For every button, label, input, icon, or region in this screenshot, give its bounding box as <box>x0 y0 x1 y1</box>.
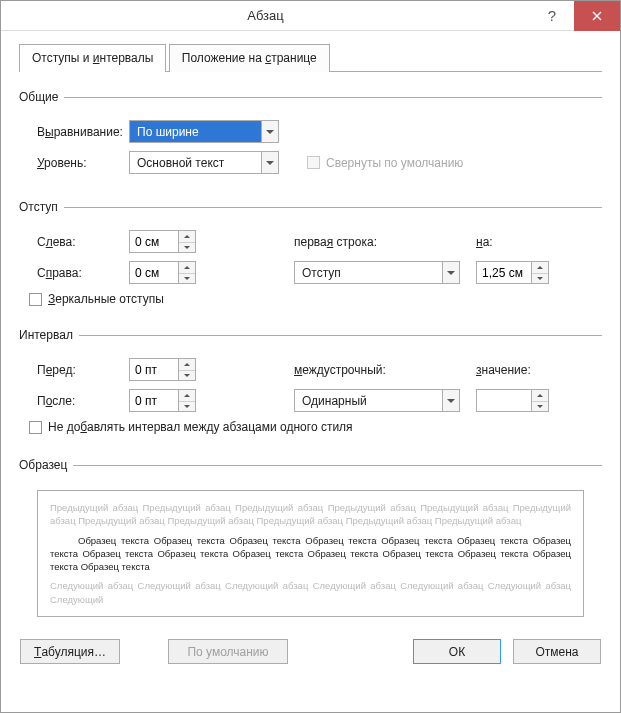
title-bar: Абзац ? <box>1 1 620 31</box>
spin-up-icon[interactable] <box>179 262 195 273</box>
mirror-indents-label: Зеркальные отступы <box>48 292 164 306</box>
indent-left-label: Слева: <box>37 235 129 249</box>
first-line-value: Отступ <box>299 266 344 280</box>
group-spacing: Интервал Перед: междустрочный: значение:… <box>19 328 602 434</box>
spin-down-icon[interactable] <box>179 370 195 381</box>
line-spacing-label: междустрочный: <box>294 363 462 377</box>
space-before-label: Перед: <box>37 363 129 377</box>
no-space-label: Не добавлять интервал между абзацами одн… <box>48 420 353 434</box>
chevron-down-icon <box>261 152 278 173</box>
group-preview-legend: Образец <box>19 458 73 472</box>
set-default-button: По умолчанию <box>168 639 288 664</box>
space-after-label: После: <box>37 394 129 408</box>
ok-button[interactable]: ОК <box>413 639 501 664</box>
window-title: Абзац <box>1 8 530 23</box>
dialog-footer: Табуляция… По умолчанию ОК Отмена <box>19 639 602 666</box>
cancel-button[interactable]: Отмена <box>513 639 601 664</box>
collapsed-label: Свернуты по умолчанию <box>326 156 463 170</box>
group-indent: Отступ Слева: первая строка: на: Справа:… <box>19 200 602 306</box>
preview-prev-para: Предыдущий абзац Предыдущий абзац Предыд… <box>50 502 571 526</box>
at-label: значение: <box>476 363 546 377</box>
spin-down-icon[interactable] <box>179 273 195 284</box>
space-after-input[interactable] <box>130 390 178 411</box>
checkbox-icon <box>307 156 320 169</box>
by-input[interactable] <box>477 262 531 283</box>
alignment-combo[interactable]: По ширине <box>129 120 279 143</box>
mirror-indents-checkbox[interactable]: Зеркальные отступы <box>29 292 164 306</box>
indent-left-input[interactable] <box>130 231 178 252</box>
line-spacing-value: Одинарный <box>299 394 370 408</box>
indent-right-input[interactable] <box>130 262 178 283</box>
by-label: на: <box>476 235 546 249</box>
preview-next-para: Следующий абзац Следующий абзац Следующи… <box>50 580 571 604</box>
spin-down-icon[interactable] <box>179 242 195 253</box>
group-general: Общие Выравнивание: По ширине Уровень: О… <box>19 90 602 174</box>
line-spacing-combo[interactable]: Одинарный <box>294 389 460 412</box>
preview-sample-text: Образец текста Образец текста Образец те… <box>50 534 571 574</box>
spin-down-icon[interactable] <box>532 273 548 284</box>
checkbox-icon <box>29 293 42 306</box>
spin-up-icon[interactable] <box>179 390 195 401</box>
chevron-down-icon <box>442 390 459 411</box>
dialog-content: Отступы и интервалы Положение на страниц… <box>1 31 620 680</box>
close-icon <box>592 11 602 21</box>
first-line-label: первая строка: <box>294 235 462 249</box>
outline-label: Уровень: <box>37 156 129 170</box>
help-icon: ? <box>548 7 556 24</box>
by-spinner[interactable] <box>476 261 549 284</box>
spin-up-icon[interactable] <box>532 390 548 401</box>
spin-up-icon[interactable] <box>179 231 195 242</box>
spin-up-icon[interactable] <box>179 359 195 370</box>
first-line-combo[interactable]: Отступ <box>294 261 460 284</box>
collapsed-checkbox: Свернуты по умолчанию <box>307 156 463 170</box>
spin-down-icon[interactable] <box>532 401 548 412</box>
tab-indents-spacing[interactable]: Отступы и интервалы <box>19 44 166 72</box>
at-spinner[interactable] <box>476 389 549 412</box>
help-button[interactable]: ? <box>530 1 574 31</box>
checkbox-icon <box>29 421 42 434</box>
indent-right-label: Справа: <box>37 266 129 280</box>
chevron-down-icon <box>442 262 459 283</box>
preview-box: Предыдущий абзац Предыдущий абзац Предыд… <box>37 490 584 617</box>
at-input[interactable] <box>477 390 531 411</box>
alignment-value: По ширине <box>134 125 202 139</box>
spin-down-icon[interactable] <box>179 401 195 412</box>
space-before-input[interactable] <box>130 359 178 380</box>
no-space-same-style-checkbox[interactable]: Не добавлять интервал между абзацами одн… <box>29 420 353 434</box>
chevron-down-icon <box>261 121 278 142</box>
tabs: Отступы и интервалы Положение на страниц… <box>19 44 602 72</box>
alignment-label: Выравнивание: <box>37 125 129 139</box>
tab-page-position[interactable]: Положение на странице <box>169 44 330 72</box>
group-indent-legend: Отступ <box>19 200 64 214</box>
outline-combo[interactable]: Основной текст <box>129 151 279 174</box>
outline-value: Основной текст <box>134 156 227 170</box>
indent-left-spinner[interactable] <box>129 230 196 253</box>
space-after-spinner[interactable] <box>129 389 196 412</box>
group-general-legend: Общие <box>19 90 64 104</box>
spin-up-icon[interactable] <box>532 262 548 273</box>
tabs-button[interactable]: Табуляция… <box>20 639 120 664</box>
indent-right-spinner[interactable] <box>129 261 196 284</box>
group-preview: Образец Предыдущий абзац Предыдущий абза… <box>19 458 602 617</box>
space-before-spinner[interactable] <box>129 358 196 381</box>
group-spacing-legend: Интервал <box>19 328 79 342</box>
close-button[interactable] <box>574 1 620 31</box>
